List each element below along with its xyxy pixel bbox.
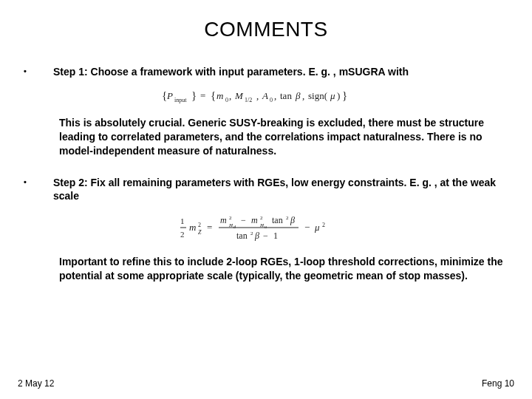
slide-footer: 2 May 12 Feng 10 <box>18 378 514 389</box>
equation-2: 1 2 m 2 Z = m 2 H d − m 2 H u tan <box>24 211 514 245</box>
svg-text:m: m <box>189 222 196 233</box>
svg-text:0: 0 <box>225 97 228 103</box>
svg-text:2: 2 <box>322 222 325 228</box>
svg-text:m: m <box>220 215 227 225</box>
svg-text:1: 1 <box>180 216 185 225</box>
svg-text:): ) <box>337 90 340 101</box>
svg-text:2: 2 <box>286 215 289 221</box>
bullet-list: • Step 1: Choose a framework with input … <box>18 65 514 283</box>
svg-text:,: , <box>274 90 276 101</box>
footer-attribution: Feng 10 <box>482 378 514 389</box>
bullet-marker: • <box>24 65 53 75</box>
svg-text:β: β <box>295 90 301 101</box>
svg-text:A: A <box>262 90 268 101</box>
svg-text:tan: tan <box>272 215 283 225</box>
svg-text:m: m <box>251 215 258 225</box>
footer-date: 2 May 12 <box>18 378 54 389</box>
list-item: • Step 2: Fix all remaining parameters w… <box>24 176 514 204</box>
svg-text:1: 1 <box>273 231 278 241</box>
step1-text: Step 1: Choose a framework with input pa… <box>53 65 514 79</box>
step2-text: Step 2: Fix all remaining parameters wit… <box>53 176 514 204</box>
svg-text:input: input <box>174 97 187 103</box>
svg-text:d: d <box>233 225 236 229</box>
svg-text:0: 0 <box>270 97 273 103</box>
svg-text:,: , <box>256 90 259 101</box>
svg-text:u: u <box>265 225 267 229</box>
slide-title: COMMENTS <box>18 18 514 41</box>
svg-text:tan: tan <box>280 90 292 101</box>
svg-text:1/2: 1/2 <box>245 97 252 103</box>
svg-text:=: = <box>207 222 212 233</box>
svg-text:μ: μ <box>314 222 320 233</box>
svg-text:−: − <box>304 222 310 233</box>
svg-text:}: } <box>191 89 197 101</box>
svg-text:2: 2 <box>260 215 263 221</box>
svg-text:2: 2 <box>198 222 201 228</box>
paragraph-2: Important to refine this to include 2-lo… <box>59 255 514 283</box>
svg-text:2: 2 <box>250 231 253 236</box>
equation-1: { P input } = { m 0 , M 1/2 , A 0 , tan … <box>24 86 514 106</box>
svg-text:−: − <box>241 215 246 225</box>
svg-text:=: = <box>200 90 205 101</box>
svg-text:}: } <box>342 89 347 101</box>
svg-text:−: − <box>263 231 268 241</box>
svg-text:M: M <box>234 90 244 101</box>
svg-text:m: m <box>216 90 223 101</box>
svg-text:β: β <box>254 231 259 241</box>
svg-text:{: { <box>211 89 216 101</box>
svg-text:2: 2 <box>180 230 185 239</box>
svg-text:tan: tan <box>236 231 248 241</box>
list-item: • Step 1: Choose a framework with input … <box>24 65 514 79</box>
svg-text:2: 2 <box>229 215 232 221</box>
svg-text:,: , <box>229 90 231 101</box>
svg-text:,: , <box>302 90 304 101</box>
bullet-marker: • <box>24 176 53 186</box>
svg-text:P: P <box>166 90 173 101</box>
svg-text:μ: μ <box>330 90 335 101</box>
svg-text:sign(: sign( <box>308 90 327 101</box>
svg-text:Z: Z <box>198 229 202 236</box>
svg-text:β: β <box>290 215 295 225</box>
paragraph-1: This is absolutely crucial. Generic SUSY… <box>59 116 514 158</box>
